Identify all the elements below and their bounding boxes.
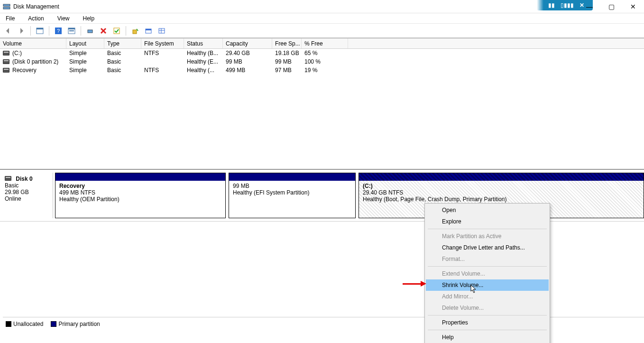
volume-type: Basic [104,66,141,74]
context-menu-item: Delete Volume... [426,302,549,314]
svg-rect-3 [37,28,43,29]
refresh-icon[interactable] [85,26,95,36]
disk-state: Online [5,195,21,202]
legend-primary: Primary partition [51,321,100,327]
context-menu-item[interactable]: Help [426,332,549,343]
menu-file[interactable]: File [4,14,17,23]
context-menu-separator [428,315,547,315]
action-icon-3[interactable] [156,26,167,36]
volume-row[interactable]: (Disk 0 partition 2)SimpleBasicHealthy (… [0,57,644,66]
volume-capacity: 29.40 GB [223,49,272,57]
col-type[interactable]: Type [104,38,141,48]
volume-free: 99 MB [272,57,302,66]
volume-fs: NTFS [141,49,184,57]
svg-rect-13 [146,29,151,30]
app-icon [3,3,10,10]
svg-rect-0 [3,4,10,6]
partition-status: Healthy (Boot, Page File, Crash Dump, Pr… [363,196,640,203]
volume-name: (Disk 0 partition 2) [12,58,58,65]
svg-rect-11 [133,30,137,34]
back-button[interactable] [3,26,13,36]
forward-button[interactable] [16,26,27,36]
volume-list-pane: Volume Layout Type File System Status Ca… [0,38,644,169]
volume-fs: NTFS [141,66,184,74]
tray-icon: ▮▮ [548,2,555,9]
show-hide-console-tree-icon[interactable] [35,26,45,36]
col-filesystem[interactable]: File System [141,38,184,48]
partition-strip: Recovery499 MB NTFSHealthy (OEM Partitio… [53,173,644,218]
col-capacity[interactable]: Capacity [223,38,272,48]
context-menu[interactable]: OpenExploreMark Partition as ActiveChang… [424,203,550,343]
svg-rect-10 [114,28,120,34]
context-menu-item[interactable]: Properties [426,317,549,328]
context-menu-item[interactable]: Shrink Volume... [426,279,549,291]
partition-body: 99 MBHealthy (EFI System Partition) [229,181,355,218]
disk-label-block[interactable]: Disk 0 Basic 29.98 GB Online [0,173,53,218]
col-status[interactable]: Status [184,38,223,48]
disk-size: 29.98 GB [5,189,29,195]
context-menu-item: Mark Partition as Active [426,231,549,242]
legend-unallocated: Unallocated [6,321,43,327]
disk-name: Disk 0 [16,176,32,182]
volume-pct: 19 % [302,66,348,74]
menu-help[interactable]: Help [81,14,97,23]
volume-layout: Simple [66,66,104,74]
volume-capacity: 99 MB [223,57,272,66]
action-icon-1[interactable] [130,26,140,36]
volume-free: 97 MB [272,66,302,74]
volume-type: Basic [104,57,141,66]
volume-status: Healthy (... [184,66,223,74]
settings-view-icon[interactable] [66,26,77,36]
partition-body: Recovery499 MB NTFSHealthy (OEM Partitio… [55,181,225,218]
partition-block[interactable]: 99 MBHealthy (EFI System Partition) [229,173,356,218]
minimize-button[interactable]: — [579,0,600,13]
close-button[interactable]: ✕ [622,0,644,13]
partition-name: Recovery [59,183,221,189]
volume-pct: 65 % [302,49,348,57]
context-menu-item: Add Mirror... [426,291,549,302]
signal-icon: ▯▮▮▮ [561,2,574,9]
col-pctfree[interactable]: % Free [302,38,348,48]
context-menu-item[interactable]: Change Drive Letter and Paths... [426,242,549,253]
partition-status: Healthy (OEM Partition) [59,196,221,203]
svg-rect-1 [3,7,10,9]
volume-free: 19.18 GB [272,49,302,57]
menu-bar: File Action View Help [0,13,644,24]
maximize-button[interactable]: ▢ [600,0,622,13]
menu-action[interactable]: Action [26,14,46,23]
volume-icon [3,59,9,64]
context-menu-item: Extend Volume... [426,268,549,279]
disk-kind: Basic [5,182,18,189]
context-menu-item[interactable]: Explore [426,216,549,227]
volume-row[interactable]: (C:)SimpleBasicNTFSHealthy (B...29.40 GB… [0,49,644,57]
svg-rect-14 [159,28,165,33]
menu-view[interactable]: View [55,14,72,23]
col-freespace[interactable]: Free Sp... [272,38,302,48]
disk-icon [5,176,11,181]
partition-size: 29.40 GB NTFS [363,189,640,196]
volume-fs [141,57,184,66]
volume-capacity: 499 MB [223,66,272,74]
context-menu-item[interactable]: Open [426,204,549,216]
delete-icon[interactable] [98,26,109,36]
volume-type: Basic [104,49,141,57]
partition-stripe [359,173,644,181]
context-menu-separator [428,330,547,330]
volume-layout: Simple [66,57,104,66]
context-menu-separator [428,266,547,267]
action-icon-2[interactable] [143,26,154,36]
annotation-arrow [403,281,426,287]
properties-icon[interactable] [111,26,122,36]
partition-status: Healthy (EFI System Partition) [233,189,351,196]
col-volume[interactable]: Volume [0,38,66,48]
partition-block[interactable]: Recovery499 MB NTFSHealthy (OEM Partitio… [55,173,226,218]
volume-list-header: Volume Layout Type File System Status Ca… [0,38,644,49]
help-icon[interactable]: ? [53,26,64,36]
title-bar: Disk Management ▮▮ ▯▮▮▮ ✕ — ▢ ✕ [0,0,644,13]
svg-rect-8 [69,30,74,31]
svg-text:?: ? [57,28,60,34]
volume-row[interactable]: RecoverySimpleBasicNTFSHealthy (...499 M… [0,66,644,74]
svg-rect-9 [88,30,92,33]
volume-name: (C:) [12,50,22,56]
col-layout[interactable]: Layout [66,38,104,48]
